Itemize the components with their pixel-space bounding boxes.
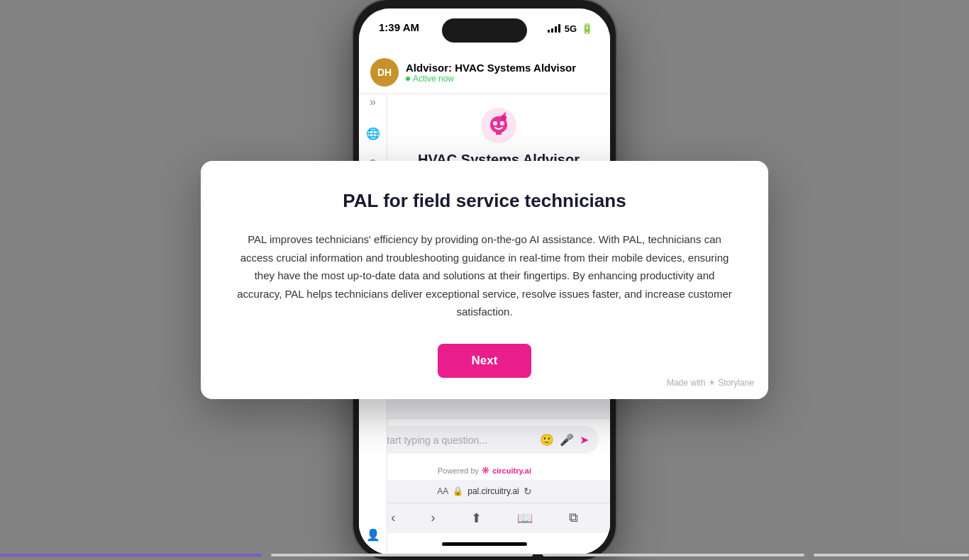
progress-segment-3 <box>543 554 804 556</box>
modal-dialog: PAL for field service technicians PAL im… <box>201 161 768 398</box>
progress-segment-4 <box>814 554 969 556</box>
modal-overlay: PAL for field service technicians PAL im… <box>0 0 969 560</box>
progress-segment-1 <box>0 554 262 556</box>
modal-title: PAL for field service technicians <box>236 189 733 213</box>
storylane-credit: Made with ☀ Storylane <box>667 378 754 388</box>
modal-body: PAL improves technicians' efficiency by … <box>236 230 733 321</box>
progress-segment-2 <box>271 554 533 556</box>
modal-footer: Next <box>236 344 733 378</box>
progress-bar-container <box>0 550 969 560</box>
next-button[interactable]: Next <box>438 344 532 378</box>
